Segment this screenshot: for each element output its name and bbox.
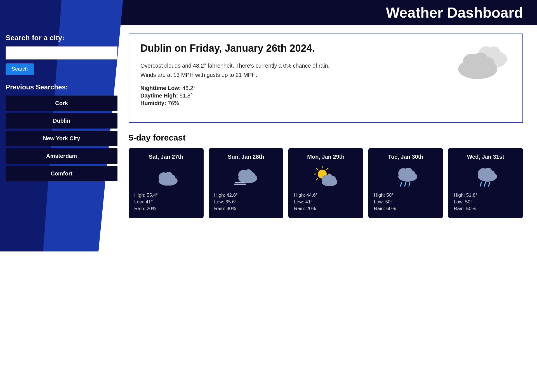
svg-point-29 (330, 176, 336, 182)
current-weather-icon (450, 42, 511, 82)
city-button-comfort[interactable]: Comfort (6, 166, 117, 181)
forecast-card-2: Mon, Jan 29th High: 44.6° Low: 41° Rain:… (288, 148, 363, 218)
nighttime-low: Nighttime Low: 48.2° (140, 85, 441, 91)
forecast-stats: High: 44.6° Low: 41° Rain: 20% (294, 193, 358, 213)
current-description: Overcast clouds and 48.2° fahrenheit. Th… (140, 63, 441, 69)
svg-point-14 (248, 172, 255, 179)
forecast-high: High: 44.6° (294, 193, 358, 198)
svg-point-6 (482, 57, 494, 70)
forecast-stats: High: 42.8° Low: 35.6° Rain: 90% (214, 193, 278, 213)
city-button-amsterdam[interactable]: Amsterdam (6, 148, 117, 164)
svg-line-24 (327, 168, 328, 170)
svg-line-35 (405, 182, 406, 186)
forecast-card-4: Wed, Jan 31st High: 51.8° Low: 50° Rain:… (448, 148, 523, 218)
forecast-high: High: 55.4° (134, 193, 198, 198)
svg-line-43 (489, 182, 490, 186)
forecast-cards: Sat, Jan 27th High: 55.4° Low: 41° Rain:… (129, 148, 523, 218)
svg-line-22 (316, 168, 318, 170)
forecast-low: Low: 41° (134, 199, 198, 205)
forecast-stats: High: 50° Low: 50° Rain: 60% (374, 193, 438, 213)
forecast-high: High: 42.8° (214, 193, 278, 198)
forecast-icon (470, 165, 501, 187)
svg-point-2 (488, 46, 500, 59)
forecast-rain: Rain: 60% (374, 206, 438, 212)
forecast-card-0: Sat, Jan 27th High: 55.4° Low: 41° Rain:… (129, 148, 204, 218)
city-buttons-list: CorkDublinNew York CityAmsterdamComfort (6, 96, 117, 181)
city-button-new-york-city[interactable]: New York City (6, 131, 117, 146)
current-weather-card: Dublin on Friday, January 26th 2024. Ove… (129, 34, 523, 123)
forecast-icon (390, 165, 421, 187)
svg-point-40 (488, 170, 495, 177)
svg-point-10 (169, 175, 175, 181)
forecast-icon (230, 165, 261, 187)
current-stats: Nighttime Low: 48.2° Daytime High: 51.8°… (140, 85, 441, 106)
city-button-cork[interactable]: Cork (6, 96, 117, 111)
current-weather-info: Dublin on Friday, January 26th 2024. Ove… (140, 42, 441, 108)
forecast-high: High: 51.8° (454, 193, 517, 198)
forecast-stats: High: 55.4° Low: 41° Rain: 20% (134, 193, 198, 213)
forecast-title: 5-day forecast (129, 133, 523, 142)
svg-line-34 (401, 182, 402, 186)
forecast-low: Low: 35.6° (214, 199, 278, 205)
search-input[interactable] (6, 46, 117, 60)
forecast-card-1: Sun, Jan 28th High: 42.8° Low: 35.6° Rai… (209, 148, 284, 218)
humidity: Humidity: 76% (140, 100, 441, 106)
forecast-icon (151, 165, 182, 187)
forecast-low: Low: 50° (454, 199, 517, 205)
current-wind: Winds are at 13 MPH with gusts up to 21 … (140, 72, 441, 78)
svg-line-25 (316, 179, 318, 180)
forecast-day-label: Tue, Jan 30th (388, 154, 423, 160)
forecast-rain: Rain: 20% (134, 206, 198, 212)
previous-searches-label: Previous Searches: (6, 83, 117, 91)
forecast-day-label: Mon, Jan 29th (307, 154, 344, 160)
forecast-icon (310, 165, 341, 187)
city-button-dublin[interactable]: Dublin (6, 113, 117, 129)
daytime-high: Daytime High: 51.8° (140, 92, 441, 99)
forecast-day-label: Wed, Jan 31st (467, 154, 504, 160)
forecast-rain: Rain: 90% (214, 206, 278, 212)
sidebar: Search for a city: Search Previous Searc… (0, 25, 123, 192)
forecast-stats: High: 51.8° Low: 50° Rain: 50% (454, 193, 517, 213)
svg-line-36 (409, 182, 410, 186)
search-label: Search for a city: (6, 34, 117, 42)
forecast-low: Low: 50° (374, 199, 438, 205)
app-title: Weather Dashboard (386, 4, 523, 21)
svg-line-41 (480, 182, 481, 186)
overcast-cloud-icon (453, 42, 508, 82)
main-content: Dublin on Friday, January 26th 2024. Ove… (129, 25, 529, 227)
svg-point-33 (408, 170, 415, 177)
forecast-card-3: Tue, Jan 30th High: 50° Low: 50° Rain: 6… (368, 148, 443, 218)
current-city-date: Dublin on Friday, January 26th 2024. (140, 42, 441, 54)
svg-line-42 (484, 182, 486, 186)
forecast-day-label: Sat, Jan 27th (149, 154, 183, 160)
forecast-rain: Rain: 50% (454, 206, 517, 212)
search-button[interactable]: Search (6, 63, 34, 75)
forecast-rain: Rain: 20% (294, 206, 358, 212)
forecast-day-label: Sun, Jan 28th (228, 154, 264, 160)
forecast-high: High: 50° (374, 193, 438, 198)
forecast-low: Low: 41° (294, 199, 358, 205)
